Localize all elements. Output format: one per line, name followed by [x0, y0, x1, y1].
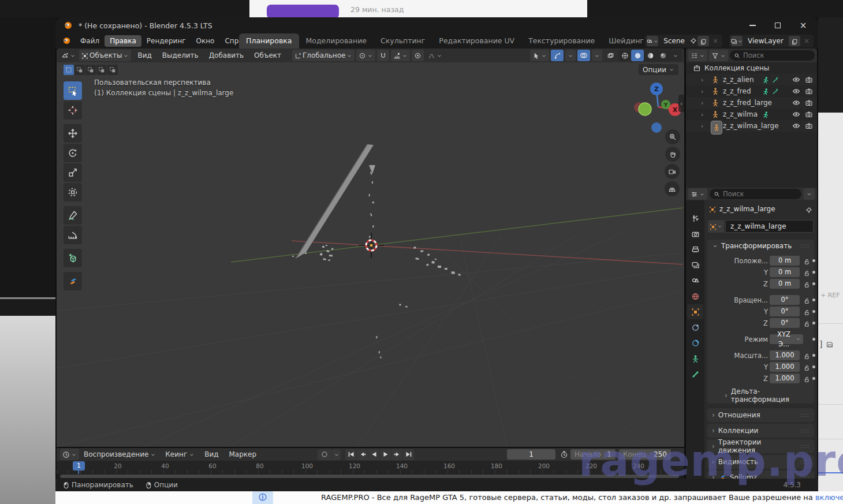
transform-value-field[interactable]: 1.000: [770, 374, 800, 383]
overlays-dropdown[interactable]: [592, 50, 602, 61]
panel-grip[interactable]: ::::: [800, 412, 810, 418]
annotate-tool-button[interactable]: [64, 206, 82, 225]
outliner-row[interactable]: ›z_z_fred_large: [686, 97, 817, 109]
outliner-search-input[interactable]: [743, 51, 811, 59]
menu-Окно[interactable]: Окно: [191, 35, 220, 47]
animate-dot[interactable]: [812, 354, 815, 357]
transform-value-field[interactable]: 1.000: [770, 350, 800, 360]
proportional-falloff[interactable]: [426, 50, 445, 61]
auto-key-toggle[interactable]: [318, 449, 331, 460]
rotate-tool-button[interactable]: [64, 144, 82, 162]
scene-selector[interactable]: Scene ×: [645, 35, 722, 47]
transform-value-field[interactable]: 0°: [770, 295, 800, 305]
scale-tool-button[interactable]: [64, 163, 82, 182]
snap-toggle[interactable]: [377, 50, 389, 61]
notification-link[interactable]: включение ру: [815, 493, 843, 502]
cursor-tool-tool-button[interactable]: [64, 101, 82, 120]
expand-icon[interactable]: ›: [701, 88, 703, 95]
tab-data[interactable]: [687, 351, 703, 366]
move-tool-button[interactable]: [64, 124, 82, 143]
add-cube-tool-button[interactable]: [64, 249, 82, 267]
page-purple-button[interactable]: [267, 5, 339, 18]
timeline-menu-Маркер[interactable]: Маркер: [224, 450, 262, 458]
play-button[interactable]: [380, 449, 391, 460]
xray-toggle[interactable]: [604, 50, 617, 61]
hide-in-viewport-toggle[interactable]: [792, 110, 800, 119]
jump-last-button[interactable]: [403, 449, 414, 460]
viewlayer-name[interactable]: ViewLayer: [743, 37, 788, 45]
shading-dropdown[interactable]: [669, 50, 682, 61]
jump-first-button[interactable]: [345, 449, 356, 460]
close-button[interactable]: ×: [790, 17, 816, 33]
properties-search[interactable]: [710, 189, 801, 199]
current-frame-field[interactable]: 1: [507, 449, 555, 460]
pin-icon[interactable]: [689, 37, 697, 45]
animate-dot[interactable]: [812, 338, 815, 341]
show-overlays-toggle[interactable]: [577, 50, 590, 61]
timeline-scrollbar[interactable]: [57, 474, 684, 479]
workspace-tab[interactable]: Планировка: [239, 33, 299, 48]
viewport-menu-Вид[interactable]: Вид: [132, 51, 156, 59]
panel-grip[interactable]: ::::: [800, 243, 810, 249]
rotation-mode-dropdown[interactable]: XYZ Э...: [770, 334, 803, 344]
lock-icon[interactable]: [803, 257, 810, 265]
auto-key-dropdown[interactable]: [332, 449, 341, 460]
menu-Рендеринг[interactable]: Рендеринг: [141, 35, 191, 47]
panel-grip[interactable]: ::::: [800, 443, 810, 449]
select-extend-button[interactable]: [74, 65, 85, 75]
lock-icon[interactable]: [803, 319, 810, 327]
object-name[interactable]: z_z_alien: [723, 76, 754, 84]
tab-output[interactable]: [687, 242, 703, 257]
snap-target-selector[interactable]: [391, 50, 410, 61]
new-viewlayer-button[interactable]: [789, 36, 800, 46]
panel-Sollumz[interactable]: ›Sollumz::::: [707, 471, 814, 479]
tab-object[interactable]: [687, 304, 703, 319]
tab-constraints[interactable]: [687, 320, 703, 335]
animate-dot[interactable]: [812, 271, 815, 274]
select-intersect-button[interactable]: [107, 65, 118, 75]
object-name[interactable]: z_z_wilma_large: [723, 122, 779, 130]
expand-icon[interactable]: ›: [701, 99, 703, 107]
hide-in-viewport-toggle[interactable]: [792, 99, 800, 107]
viewport-3d[interactable]: Опции Пользовательская перспектива (1) К…: [57, 62, 684, 447]
outliner-filter[interactable]: [709, 50, 728, 61]
tab-render[interactable]: [687, 226, 703, 241]
scene-name[interactable]: Scene: [659, 37, 689, 45]
workspace-tab[interactable]: Шейдинг: [602, 33, 651, 48]
object-name[interactable]: z_z_fred: [723, 87, 751, 95]
hide-in-viewport-toggle[interactable]: [792, 87, 800, 96]
disable-in-renders-toggle[interactable]: [805, 87, 813, 96]
panel-grip[interactable]: ::::: [800, 475, 810, 479]
lock-icon[interactable]: [803, 296, 810, 304]
save-icon[interactable]: [826, 339, 834, 349]
tab-scene[interactable]: [687, 273, 703, 288]
orientation-selector[interactable]: Глобальное: [292, 50, 355, 61]
playhead[interactable]: 1: [73, 461, 85, 471]
workspace-tab[interactable]: Моделирование: [299, 33, 374, 48]
outliner-row[interactable]: ›z_z_alien: [686, 74, 817, 85]
panel-Коллекции[interactable]: ›Коллекции::::: [707, 424, 814, 438]
viewlayer-icon[interactable]: [731, 36, 743, 46]
frame-start-field[interactable]: Начало1: [570, 449, 616, 460]
shading-material[interactable]: [644, 50, 657, 61]
playback-menu[interactable]: Воспроизведение: [79, 450, 161, 458]
animate-dot[interactable]: [812, 259, 815, 262]
workspace-tab[interactable]: Текстурирование: [521, 33, 602, 48]
transform-tool-button[interactable]: [64, 183, 82, 201]
transform-value-field[interactable]: 0 m: [770, 256, 800, 266]
menu-Правка[interactable]: Правка: [105, 35, 141, 47]
viewport-menu-Объект[interactable]: Объект: [249, 51, 286, 59]
animate-dot[interactable]: [812, 322, 815, 324]
expand-icon[interactable]: ›: [701, 122, 703, 130]
sollumz-tool-tool-button[interactable]: [64, 272, 82, 290]
object-id-icon[interactable]: [708, 220, 724, 233]
properties-search-input[interactable]: [723, 190, 797, 198]
workspace-tab[interactable]: Скульптинг: [374, 33, 432, 48]
pin-id-icon[interactable]: [805, 206, 812, 214]
shading-rendered[interactable]: [657, 50, 669, 61]
expand-icon[interactable]: ›: [701, 76, 703, 84]
measure-tool-button[interactable]: [64, 226, 82, 244]
lock-icon[interactable]: [803, 363, 810, 371]
animate-dot[interactable]: [812, 310, 815, 313]
delta-transform-header[interactable]: › Дельта-трансформация: [707, 387, 814, 404]
